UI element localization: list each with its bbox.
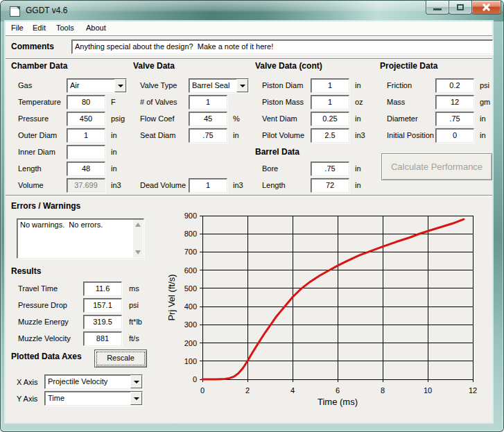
svg-text:Prj Vel (ft/s): Prj Vel (ft/s)	[166, 274, 177, 320]
pilot-volume-unit: in3	[355, 131, 365, 139]
piston-mass-unit: oz	[355, 98, 363, 106]
flow-coef-input[interactable]: 45	[189, 112, 227, 126]
inner-diam-label: Inner Diam	[18, 148, 55, 156]
menu-file[interactable]: File	[11, 21, 24, 35]
errors-textarea[interactable]: No warnings. No errors.	[17, 218, 144, 259]
piston-diam-label: Piston Diam	[262, 81, 303, 89]
pressure-drop-unit: psi	[129, 301, 139, 309]
piston-diam-input[interactable]: 1	[311, 78, 349, 93]
piston-mass-input[interactable]: 1	[311, 95, 349, 110]
gas-label: Gas	[18, 81, 32, 89]
scroll-down-icon[interactable]	[135, 250, 141, 254]
vent-diam-unit: in	[355, 114, 361, 123]
seat-diam-input[interactable]: .75	[189, 128, 227, 143]
initial-position-value: 0	[436, 129, 473, 141]
scroll-up-icon[interactable]	[135, 223, 141, 227]
seat-diam-label: Seat Diam	[140, 131, 175, 139]
length-value: 72	[311, 179, 349, 191]
length-unit: in	[355, 181, 361, 189]
svg-text:300: 300	[184, 320, 197, 329]
inner-diam-input[interactable]	[67, 145, 105, 159]
bore-label: Bore	[262, 164, 278, 173]
svg-text:2: 2	[245, 386, 250, 395]
svg-text:8: 8	[381, 386, 385, 395]
menu-about[interactable]: About	[86, 21, 106, 35]
dropdown-arrow-icon[interactable]	[236, 79, 248, 92]
maximize-button[interactable]	[449, 1, 472, 15]
vent-diam-input[interactable]: 0.25	[311, 112, 349, 126]
svg-text:500: 500	[184, 284, 197, 293]
flow-coef-value: 45	[189, 112, 227, 125]
minimize-button[interactable]	[426, 1, 449, 15]
diameter-input[interactable]: .75	[435, 112, 474, 126]
svg-text:4: 4	[290, 386, 295, 395]
title-bar[interactable]: GGDT v4.6	[1, 1, 503, 21]
volume-label: Volume	[18, 181, 44, 189]
window-title: GGDT v4.6	[26, 1, 67, 21]
plotted-data-axes-header: Plotted Data Axes	[11, 352, 82, 361]
rescale-button[interactable]: Rescale	[94, 349, 147, 368]
mass-unit: gm	[480, 98, 490, 106]
temperature-unit: F	[111, 98, 116, 106]
length-value: 48	[67, 162, 105, 175]
dropdown-arrow-icon[interactable]	[130, 392, 142, 405]
length-label: Length	[262, 181, 286, 189]
outer-diam-input[interactable]: 1	[67, 128, 105, 143]
close-button[interactable]	[471, 1, 501, 15]
of-valves-value: 1	[189, 96, 227, 108]
pressure-drop-output: 157.1	[83, 298, 122, 313]
length-label: Length	[18, 164, 42, 173]
initial-position-label: Initial Position	[387, 131, 434, 139]
results-header: Results	[11, 266, 41, 276]
volume-input: 37.699	[67, 178, 105, 193]
bore-value: .75	[311, 162, 349, 175]
piston-mass-label: Piston Mass	[262, 98, 304, 106]
valve-type-select[interactable]: Barrel Seal	[189, 78, 249, 93]
bore-unit: in	[355, 164, 361, 173]
temperature-label: Temperature	[18, 98, 61, 106]
dropdown-arrow-icon[interactable]	[130, 375, 142, 388]
valve-data-cont-header: Valve Data (cont)	[255, 61, 322, 71]
diameter-label: Diameter	[387, 114, 418, 123]
calculate-performance-button[interactable]: Calculate Performance	[381, 153, 492, 180]
pressure-unit: psig	[111, 114, 125, 123]
friction-value: 0.2	[436, 79, 473, 92]
friction-input[interactable]: 0.2	[435, 78, 474, 93]
of-valves-input[interactable]: 1	[189, 95, 227, 110]
y-axis-select[interactable]: Time	[44, 391, 143, 406]
pressure-label: Pressure	[18, 114, 49, 123]
length-input[interactable]: 72	[311, 178, 349, 193]
pressure-input[interactable]: 450	[67, 112, 105, 126]
mass-value: 12	[436, 96, 473, 108]
initial-position-input[interactable]: 0	[435, 128, 474, 143]
length-unit: in	[111, 164, 117, 173]
temperature-input[interactable]: 80	[67, 95, 105, 110]
svg-text:0: 0	[193, 375, 197, 383]
y-axis-label: Y Axis	[17, 395, 37, 403]
pilot-volume-input[interactable]: 2.5	[311, 128, 349, 143]
menu-edit[interactable]: Edit	[33, 21, 46, 35]
y-axis-value: Time	[45, 392, 142, 404]
dropdown-arrow-icon[interactable]	[114, 79, 126, 92]
svg-text:900: 900	[184, 211, 197, 220]
scrollbar[interactable]	[133, 220, 143, 257]
length-input[interactable]: 48	[67, 162, 105, 176]
bore-input[interactable]: .75	[311, 162, 349, 176]
menu-tools[interactable]: Tools	[56, 21, 74, 35]
divider	[6, 58, 492, 60]
mass-label: Mass	[387, 98, 405, 106]
app-icon[interactable]	[10, 6, 20, 17]
dead-volume-input[interactable]: 1	[189, 178, 227, 193]
svg-text:6: 6	[336, 386, 340, 395]
svg-text:Time (ms): Time (ms)	[318, 397, 358, 407]
mass-input[interactable]: 12	[435, 95, 474, 110]
comments-label: Comments	[11, 42, 54, 51]
comments-input[interactable]: Anything special about the design? Make …	[71, 40, 493, 54]
gas-select[interactable]: Air	[67, 78, 127, 93]
rescale-label: Rescale	[96, 352, 145, 365]
x-axis-select[interactable]: Projectile Velocity	[44, 374, 143, 389]
diameter-unit: in	[480, 114, 486, 123]
menu-bar: FileEditToolsAbout	[6, 21, 492, 36]
initial-position-unit: in	[480, 131, 486, 139]
errors-text: No warnings. No errors.	[20, 221, 103, 229]
